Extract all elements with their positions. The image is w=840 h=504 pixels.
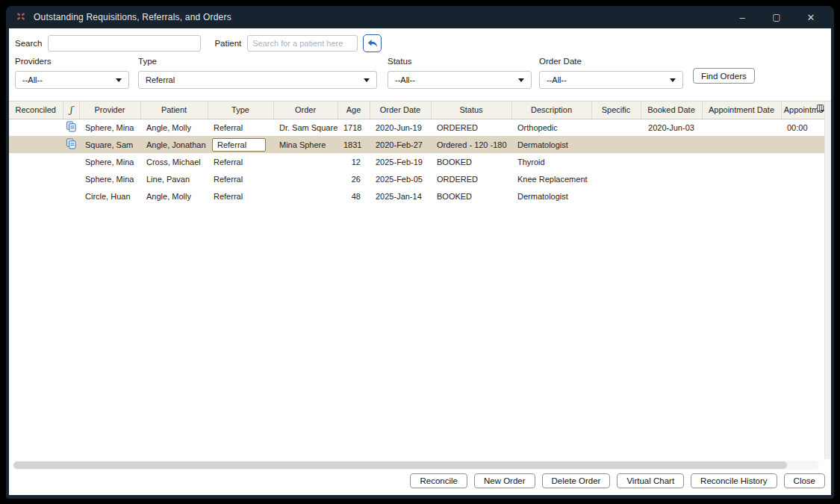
- cell-booked_date: 2020-Jun-03: [641, 119, 702, 136]
- cell-appointment_time: [781, 170, 824, 187]
- minimize-button[interactable]: –: [734, 12, 750, 23]
- footer-button-bar: Reconcile New Order Delete Order Virtual…: [9, 471, 831, 495]
- status-dropdown[interactable]: --All--: [388, 71, 532, 89]
- column-header-age[interactable]: Age: [337, 102, 370, 119]
- cell-order: Mina Sphere: [273, 136, 337, 153]
- close-button[interactable]: ✕: [803, 12, 819, 23]
- cell-description: Dermatologist: [511, 136, 591, 153]
- virtual-chart-button[interactable]: Virtual Chart: [617, 473, 684, 488]
- column-header-type[interactable]: Type: [208, 102, 273, 119]
- cell-reconciled: [9, 153, 63, 170]
- search-input[interactable]: [48, 35, 201, 52]
- maximize-button[interactable]: ▢: [768, 12, 785, 22]
- vertical-scrollbar[interactable]: [824, 102, 831, 459]
- column-header-label: Reconciled: [16, 105, 56, 114]
- filter-row: Providers --All-- Type Referral Status -…: [15, 57, 827, 94]
- cell-order_date: 2020-Feb-27: [370, 136, 431, 153]
- cell-age: 26: [337, 170, 370, 187]
- cell-icon: [63, 187, 79, 205]
- cell-description: Dermatologist: [511, 187, 591, 205]
- cell-appointment_date: [702, 119, 781, 136]
- new-order-button[interactable]: New Order: [474, 473, 535, 488]
- type-dropdown[interactable]: Referral: [138, 71, 377, 89]
- horizontal-scrollbar[interactable]: [13, 461, 819, 470]
- column-header-label: Type: [231, 105, 249, 114]
- cell-status: ORDERED: [431, 170, 511, 187]
- find-orders-button[interactable]: Find Orders: [693, 68, 755, 84]
- close-window-button[interactable]: Close: [784, 473, 825, 488]
- table-row[interactable]: Sphere, MinaAngle, MollyReferralDr. Sam …: [9, 119, 824, 136]
- cell-specific: [591, 187, 641, 205]
- chevron-down-icon: [364, 78, 370, 82]
- type-edit-cell[interactable]: Referral: [212, 138, 266, 152]
- cell-icon: [63, 153, 79, 170]
- column-header-appointment_time[interactable]: Appointme: [781, 102, 824, 119]
- column-header-appointment_date[interactable]: Appointment Date: [702, 102, 781, 119]
- cell-type: Referral: [208, 119, 273, 136]
- type-value: Referral: [146, 75, 175, 84]
- cell-order: [273, 153, 337, 170]
- cell-description: Thyroid: [511, 153, 591, 170]
- copy-pages-icon[interactable]: [66, 125, 77, 134]
- column-header-label: Description: [531, 105, 572, 114]
- providers-dropdown[interactable]: --All--: [15, 71, 129, 89]
- table-row[interactable]: Sphere, MinaLine, PavanReferral262025-Fe…: [9, 170, 824, 187]
- cell-icon: [63, 170, 79, 187]
- cell-appointment_time: [781, 187, 824, 205]
- patient-search-input[interactable]: [247, 35, 358, 52]
- reconcile-button[interactable]: Reconcile: [410, 473, 467, 488]
- column-chooser-icon[interactable]: [817, 105, 825, 114]
- column-header-order_date[interactable]: Order Date: [370, 102, 431, 119]
- cell-appointment_time: [781, 136, 824, 153]
- cell-reconciled: [9, 170, 63, 187]
- column-header-provider[interactable]: Provider: [79, 102, 140, 119]
- delete-order-button[interactable]: Delete Order: [542, 473, 611, 488]
- column-header-order[interactable]: Order: [273, 102, 337, 119]
- cell-status: BOOKED: [431, 153, 511, 170]
- search-row: Search Patient: [15, 34, 827, 52]
- horizontal-scrollbar-thumb[interactable]: [13, 461, 787, 469]
- reconcile-history-button[interactable]: Reconcile History: [691, 473, 777, 488]
- cell-order: Dr. Sam Square: [273, 119, 337, 136]
- cell-appointment_date: [702, 170, 781, 187]
- cell-description: Orthopedic: [511, 119, 591, 136]
- status-label: Status: [388, 57, 532, 66]
- column-header-status[interactable]: Status: [431, 102, 511, 119]
- cell-icon: [63, 119, 79, 136]
- column-header-description[interactable]: Description: [511, 102, 591, 119]
- cell-specific: [591, 170, 641, 187]
- cell-patient: Angle, Molly: [140, 187, 208, 205]
- window-title: Outstanding Requisitions, Referrals, and…: [34, 12, 231, 22]
- undo-button[interactable]: [363, 34, 382, 52]
- table-row[interactable]: Sphere, MinaCross, MichaelReferral122025…: [9, 153, 824, 170]
- order-date-dropdown[interactable]: --All--: [539, 71, 683, 89]
- table-row[interactable]: Circle, HuanAngle, MollyReferral482025-J…: [9, 187, 824, 205]
- column-header-label: Patient: [161, 105, 187, 114]
- cell-booked_date: [641, 170, 702, 187]
- search-label: Search: [15, 39, 42, 48]
- cell-patient: Cross, Michael: [140, 153, 208, 170]
- cell-status: ORDERED: [431, 119, 511, 136]
- cell-provider: Sphere, Mina: [79, 119, 140, 136]
- cell-type: Referral: [208, 187, 273, 205]
- column-header-icon[interactable]: ʃ: [63, 102, 79, 119]
- column-header-patient[interactable]: Patient: [140, 102, 208, 119]
- cell-specific: [591, 153, 641, 170]
- column-header-label: Order: [295, 105, 316, 114]
- column-header-reconciled[interactable]: Reconciled: [9, 102, 63, 119]
- column-header-specific[interactable]: Specific: [591, 102, 641, 119]
- title-bar: Outstanding Requisitions, Referrals, and…: [6, 6, 834, 28]
- cell-status: BOOKED: [431, 187, 511, 205]
- cell-provider: Square, Sam: [79, 136, 140, 153]
- cell-type: Referral: [208, 170, 273, 187]
- status-value: --All--: [395, 75, 415, 84]
- cell-type: Referral: [208, 136, 273, 153]
- column-header-booked_date[interactable]: Booked Date: [641, 102, 702, 119]
- script-sort-icon: ʃ: [69, 105, 72, 115]
- app-logo-icon: [15, 11, 27, 23]
- chevron-down-icon: [518, 78, 524, 82]
- cell-booked_date: [641, 153, 702, 170]
- type-label: Type: [138, 57, 377, 66]
- table-row[interactable]: Square, SamAngle, JonathanReferralMina S…: [9, 136, 824, 153]
- copy-pages-icon[interactable]: [66, 142, 77, 151]
